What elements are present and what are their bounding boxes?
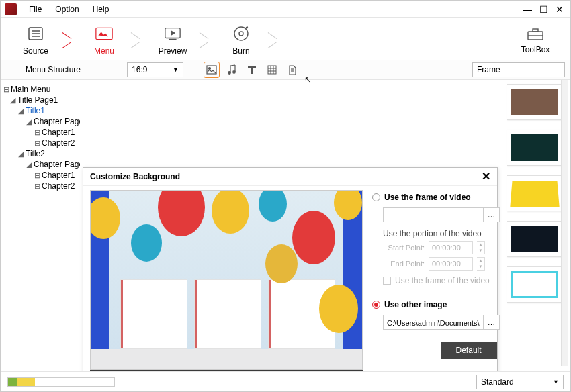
menu-icon — [95, 25, 113, 42]
end-spinner[interactable]: ▲▼ — [477, 257, 485, 271]
menu-help[interactable]: Help — [86, 2, 116, 17]
tree-row[interactable]: ◢Title Page1 — [3, 95, 77, 105]
step-burn-label: Burn — [232, 46, 249, 56]
tree-row[interactable]: ◢Chapter Page1 — [3, 159, 77, 170]
svg-point-9 — [239, 32, 243, 36]
frame-swatch[interactable] — [507, 130, 563, 166]
svg-rect-11 — [533, 29, 538, 32]
end-label: End Point: — [383, 260, 425, 268]
maximize-button[interactable]: ☐ — [535, 2, 552, 17]
checkbox-icon[interactable] — [383, 277, 391, 285]
tree-row[interactable]: ◢Title1 — [3, 105, 77, 116]
toolbox-button[interactable]: ToolBox — [509, 26, 562, 54]
toolbox-label: ToolBox — [521, 45, 550, 54]
aspect-value: 16:9 — [132, 65, 147, 75]
frame-video-path[interactable] — [383, 207, 484, 222]
step-burn[interactable]: Burn — [214, 25, 268, 56]
background-image-button[interactable] — [204, 62, 220, 78]
frame-swatch[interactable] — [507, 266, 563, 303]
options-row: Menu Structure 16:9 ▼ ↖ Frame — [1, 60, 570, 80]
menu-file[interactable]: File — [22, 2, 48, 17]
step-source[interactable]: Source — [9, 25, 62, 56]
step-preview-label: Preview — [159, 46, 187, 56]
tree-row[interactable]: ◢Chapter Page1 — [3, 116, 77, 127]
step-menu[interactable]: Menu — [77, 25, 131, 56]
menubar: File Option Help — ☐ ✕ — [1, 1, 570, 18]
frame-swatch[interactable] — [507, 175, 563, 211]
tree: ⊟Main Menu ◢Title Page1 ◢Title1 ◢Chapter… — [1, 80, 80, 371]
browse-image-button[interactable]: … — [484, 315, 500, 330]
radio-icon — [372, 301, 380, 309]
radio-use-frame[interactable]: Use the frame of video — [372, 193, 500, 202]
page-button[interactable] — [284, 62, 300, 78]
minimize-button[interactable]: — — [519, 2, 535, 17]
progress-bar — [7, 377, 115, 387]
dialog-close-button[interactable]: ✕ — [482, 170, 490, 183]
app-icon — [5, 3, 17, 15]
browse-video-button[interactable]: … — [484, 207, 500, 222]
burn-icon — [232, 25, 250, 42]
dialog-title: Customize Background — [90, 172, 180, 181]
menu-structure-label: Menu Structure — [6, 65, 100, 75]
end-point-input[interactable]: 00:00:00 — [429, 257, 473, 271]
toolbox-icon — [526, 26, 545, 41]
preview-canvas — [90, 190, 363, 370]
tree-row[interactable]: ⊟Chapter2 — [3, 181, 77, 191]
tree-row[interactable]: ⊟Chapter1 — [3, 127, 77, 138]
preview-pane: ▶ ■ ⏭ 00:00:00 / 00:00:00 — [90, 190, 363, 371]
menu-option[interactable]: Option — [48, 2, 85, 17]
step-source-label: Source — [23, 46, 48, 56]
grid-button[interactable] — [264, 62, 280, 78]
chevron-down-icon: ▼ — [553, 379, 559, 385]
step-preview[interactable]: Preview — [146, 25, 200, 56]
scrollbar[interactable] — [561, 80, 568, 366]
stepbar: Source Menu Preview Burn ToolBox — [1, 18, 570, 60]
frame-value: Frame — [477, 65, 500, 75]
tree-row[interactable]: ◢Title2 — [3, 148, 77, 159]
tree-row[interactable]: ⊟Chapter1 — [3, 170, 77, 181]
player-bar: ▶ ■ ⏭ 00:00:00 / 00:00:00 — [90, 370, 363, 371]
main-area: ⊟Main Menu ◢Title Page1 ◢Title1 ◢Chapter… — [1, 80, 570, 371]
step-menu-label: Menu — [94, 46, 114, 56]
chevron-down-icon: ▼ — [173, 66, 179, 73]
frame-swatch[interactable] — [507, 84, 563, 120]
bottom-bar: Standard ▼ — [1, 371, 570, 391]
svg-point-8 — [234, 27, 248, 40]
text-button[interactable] — [244, 62, 260, 78]
start-spinner[interactable]: ▲▼ — [477, 241, 485, 254]
frame-presets-panel — [502, 80, 568, 366]
default-button[interactable]: Default — [441, 342, 497, 359]
aspect-select[interactable]: 16:9 ▼ — [127, 62, 183, 77]
tree-row[interactable]: ⊟Main Menu — [3, 84, 77, 95]
standard-select[interactable]: Standard ▼ — [476, 375, 564, 389]
use-frame-checkbox-label: Use the frame of the video — [395, 276, 490, 285]
svg-point-14 — [209, 68, 211, 70]
source-icon — [27, 25, 44, 42]
tree-row[interactable]: ⊟Chapter2 — [3, 138, 77, 148]
svg-point-15 — [228, 72, 231, 75]
dialog-title-bar: Customize Background ✕ — [83, 168, 497, 186]
svg-rect-4 — [96, 28, 112, 39]
options-pane: Use the frame of video … Use the portion… — [363, 190, 502, 371]
standard-value: Standard — [481, 377, 514, 387]
other-image-path[interactable]: C:\Users\admin\Documents\ — [383, 315, 484, 330]
close-button[interactable]: ✕ — [552, 2, 568, 17]
preview-icon — [164, 25, 181, 42]
radio-icon — [372, 193, 380, 201]
svg-point-16 — [233, 71, 236, 74]
start-point-input[interactable]: 00:00:00 — [429, 241, 473, 254]
portion-hint: Use the portion of the video — [383, 229, 500, 238]
radio-use-other[interactable]: Use other image — [372, 300, 500, 309]
start-label: Start Point: — [383, 244, 425, 252]
svg-marker-6 — [171, 31, 175, 35]
music-button[interactable] — [224, 62, 240, 78]
frame-input[interactable]: Frame — [472, 62, 565, 77]
svg-rect-17 — [268, 66, 276, 74]
frame-swatch[interactable] — [507, 221, 563, 257]
customize-background-dialog: Customize Background ✕ — [83, 167, 498, 371]
